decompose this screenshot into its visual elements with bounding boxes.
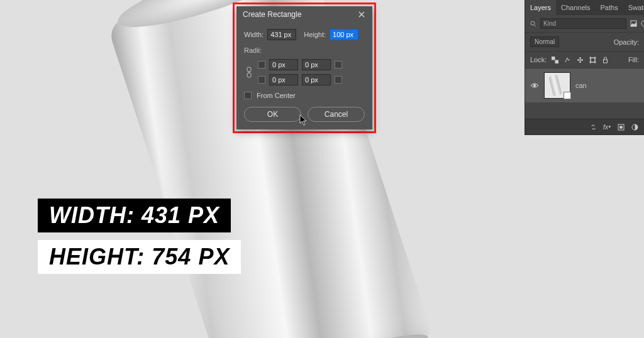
mask-icon[interactable] [616,123,625,131]
svg-point-3 [531,21,535,25]
svg-rect-17 [603,60,607,63]
width-label: Width: [244,31,264,38]
radius-tr-input[interactable] [302,59,331,70]
height-input[interactable] [330,29,358,40]
from-center-label: From Center [257,92,296,99]
filter-image-icon[interactable] [630,19,637,28]
close-icon[interactable] [357,10,366,19]
svg-line-4 [535,25,536,26]
radius-bl-checkbox[interactable] [258,76,265,84]
layer-name[interactable]: can [575,82,587,89]
tab-channels[interactable]: Channels [556,0,595,15]
layer-thumbnail[interactable] [544,72,570,99]
radius-br-checkbox[interactable] [335,76,342,84]
lock-artboard-icon[interactable] [588,55,597,64]
search-icon [530,19,536,28]
filter-adjustment-icon[interactable] [641,19,644,28]
radius-tl-checkbox[interactable] [258,61,265,68]
height-label: Height: [304,31,326,38]
radius-tl-input[interactable] [269,59,298,70]
svg-point-6 [641,21,644,26]
overlay-dimension-banners: WIDTH: 431 PX HEIGHT: 754 PX [38,199,241,281]
lock-position-icon[interactable] [575,55,584,64]
radius-br-input[interactable] [302,74,331,85]
blend-mode-select[interactable]: Normal [530,36,559,47]
link-radii-icon[interactable] [245,68,253,77]
layer-filter-select[interactable] [540,18,626,29]
create-rectangle-dialog: Create Rectangle Width: Height: Radii: [236,6,372,129]
fill-label: Fill: [628,56,639,63]
width-input[interactable] [267,29,296,40]
overlay-width-banner: WIDTH: 431 PX [38,199,231,232]
layer-row[interactable]: can [525,68,644,102]
svg-rect-11 [555,60,558,63]
radius-bl-input[interactable] [269,74,298,85]
svg-rect-10 [552,57,555,60]
dialog-highlight-outline: Create Rectangle Width: Height: Radii: [233,3,376,133]
cancel-button[interactable]: Cancel [308,107,365,122]
lock-label: Lock: [530,56,547,63]
link-layers-icon[interactable] [589,123,597,131]
layers-panel-footer: fx▾ [525,119,644,134]
ok-button[interactable]: OK [244,107,301,122]
adjustment-layer-icon[interactable] [630,123,639,131]
from-center-checkbox[interactable] [244,92,252,99]
opacity-label: Opacity: [614,38,639,46]
svg-rect-1 [247,73,251,77]
radii-label: Radii: [244,46,365,54]
svg-point-20 [619,126,623,129]
visibility-eye-icon[interactable] [530,82,539,89]
lock-image-icon[interactable] [563,55,572,64]
radius-tr-checkbox[interactable] [335,61,342,68]
panel-tabs: Layers Channels Paths Swatches [525,0,644,15]
svg-point-18 [533,84,536,87]
layers-panel: Layers Channels Paths Swatches T Normal … [525,0,644,135]
lock-all-icon[interactable] [601,55,609,64]
dialog-title-text: Create Rectangle [243,10,301,19]
tab-swatches[interactable]: Swatches [623,0,644,15]
overlay-height-banner: HEIGHT: 754 PX [38,240,241,274]
dialog-titlebar[interactable]: Create Rectangle [236,6,372,23]
tab-paths[interactable]: Paths [596,0,623,15]
svg-rect-0 [247,67,251,72]
tab-layers[interactable]: Layers [525,0,556,15]
svg-rect-12 [591,58,595,62]
lock-transparency-icon[interactable] [550,55,559,64]
fx-icon[interactable]: fx▾ [602,123,611,131]
